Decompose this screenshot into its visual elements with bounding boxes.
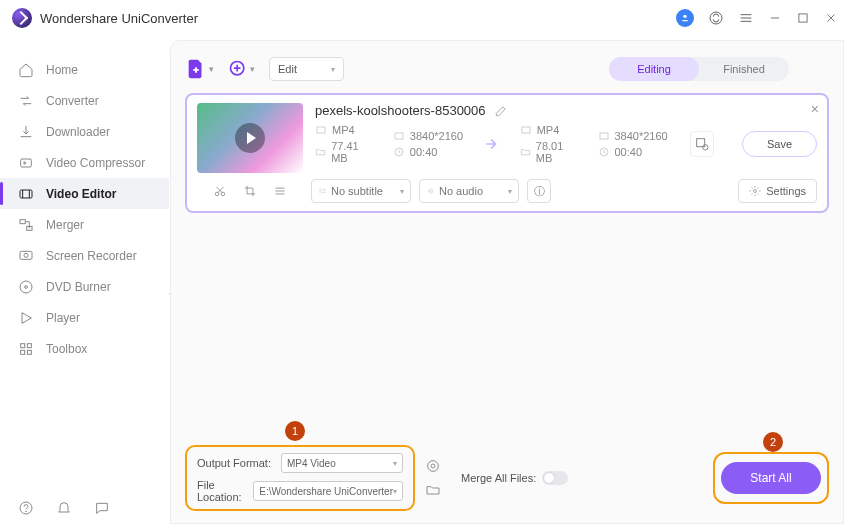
gear-icon bbox=[749, 185, 761, 197]
svg-rect-12 bbox=[21, 343, 25, 347]
save-button[interactable]: Save bbox=[742, 131, 817, 157]
svg-point-29 bbox=[754, 190, 757, 193]
start-all-button[interactable]: Start All bbox=[721, 462, 821, 494]
crop-icon[interactable] bbox=[243, 184, 257, 198]
svg-point-28 bbox=[221, 192, 225, 196]
svg-point-8 bbox=[24, 253, 28, 257]
output-format-dropdown[interactable]: MP4 Video▾ bbox=[281, 453, 403, 473]
titlebar: Wondershare UniConverter bbox=[0, 0, 850, 36]
chevron-down-icon: ▾ bbox=[250, 64, 255, 74]
sidebar-item-label: Video Editor bbox=[46, 187, 116, 201]
edit-dropdown[interactable]: Edit▾ bbox=[269, 57, 344, 81]
download-icon bbox=[18, 124, 34, 140]
maximize-button[interactable] bbox=[796, 11, 810, 25]
start-group: 2 Start All bbox=[713, 452, 829, 504]
settings-button[interactable]: Settings bbox=[738, 179, 817, 203]
account-icon[interactable] bbox=[676, 9, 694, 27]
menu-icon[interactable] bbox=[738, 10, 754, 26]
sidebar-item-compressor[interactable]: Video Compressor bbox=[0, 147, 169, 178]
add-file-button[interactable]: ▾ bbox=[185, 58, 214, 80]
output-format-label: Output Format: bbox=[197, 457, 275, 469]
toolbox-icon bbox=[18, 341, 34, 357]
sidebar-item-downloader[interactable]: Downloader bbox=[0, 116, 169, 147]
sidebar-item-video-editor[interactable]: Video Editor bbox=[0, 178, 169, 209]
app-logo-icon bbox=[12, 8, 32, 28]
output-settings-group: Output Format: MP4 Video▾ File Location:… bbox=[185, 445, 415, 511]
svg-point-10 bbox=[25, 285, 28, 288]
video-thumbnail[interactable] bbox=[197, 103, 303, 173]
src-duration: 00:40 bbox=[393, 146, 463, 158]
sidebar-item-label: DVD Burner bbox=[46, 280, 111, 294]
merger-icon bbox=[18, 217, 34, 233]
svg-rect-15 bbox=[27, 350, 31, 354]
add-url-button[interactable]: ▾ bbox=[228, 59, 255, 79]
clock-icon bbox=[598, 146, 610, 158]
compress-icon bbox=[18, 155, 34, 171]
subtitle-dropdown[interactable]: No subtitle▾ bbox=[311, 179, 411, 203]
format-icon bbox=[520, 124, 532, 136]
open-folder-icon[interactable] bbox=[425, 482, 441, 498]
notifications-icon[interactable] bbox=[56, 500, 72, 516]
support-icon[interactable] bbox=[708, 10, 724, 26]
sidebar-item-label: Home bbox=[46, 63, 78, 77]
tab-editing[interactable]: Editing bbox=[609, 57, 699, 81]
src-size: 77.41 MB bbox=[315, 140, 375, 164]
dvd-icon bbox=[18, 279, 34, 295]
output-preset-button[interactable] bbox=[690, 131, 714, 157]
sidebar-item-label: Merger bbox=[46, 218, 84, 232]
svg-point-16 bbox=[20, 502, 32, 514]
merge-toggle[interactable] bbox=[542, 471, 568, 485]
svg-marker-11 bbox=[22, 312, 31, 323]
svg-rect-23 bbox=[600, 133, 608, 139]
src-format: MP4 bbox=[315, 124, 375, 136]
format-icon bbox=[315, 124, 327, 136]
audio-dropdown[interactable]: No audio▾ bbox=[419, 179, 519, 203]
svg-point-30 bbox=[428, 461, 439, 472]
info-button[interactable]: ⓘ bbox=[527, 179, 551, 203]
arrow-right-icon bbox=[481, 133, 502, 155]
file-location-dropdown[interactable]: E:\Wondershare UniConverter▾ bbox=[253, 481, 403, 501]
sidebar-item-player[interactable]: Player bbox=[0, 302, 169, 333]
play-icon bbox=[235, 123, 265, 153]
file-location-label: File Location: bbox=[197, 479, 247, 503]
svg-rect-14 bbox=[21, 350, 25, 354]
recorder-icon bbox=[18, 248, 34, 264]
minimize-button[interactable] bbox=[768, 11, 782, 25]
close-button[interactable] bbox=[824, 11, 838, 25]
rename-icon[interactable] bbox=[494, 104, 508, 118]
remove-item-button[interactable]: × bbox=[811, 101, 819, 117]
sidebar-item-label: Screen Recorder bbox=[46, 249, 137, 263]
trim-icon[interactable] bbox=[213, 184, 227, 198]
sidebar-item-toolbox[interactable]: Toolbox bbox=[0, 333, 169, 364]
svg-rect-22 bbox=[522, 127, 530, 133]
toolbar: ▾ ▾ Edit▾ Editing Finished bbox=[185, 49, 829, 89]
sidebar-item-label: Toolbox bbox=[46, 342, 87, 356]
video-filename: pexels-koolshooters-8530006 bbox=[315, 103, 486, 118]
footer: 1 Output Format: MP4 Video▾ File Locatio… bbox=[185, 445, 829, 511]
svg-point-9 bbox=[20, 281, 32, 293]
sidebar-item-merger[interactable]: Merger bbox=[0, 209, 169, 240]
add-url-icon bbox=[228, 59, 248, 79]
sidebar-item-converter[interactable]: Converter bbox=[0, 85, 169, 116]
sidebar-item-screen-recorder[interactable]: Screen Recorder bbox=[0, 240, 169, 271]
svg-rect-19 bbox=[317, 127, 325, 133]
sidebar-item-label: Downloader bbox=[46, 125, 110, 139]
folder-icon bbox=[520, 146, 531, 158]
video-item-card: × pexels-koolshooters-8530006 MP4 77.41 … bbox=[185, 93, 829, 213]
home-icon bbox=[18, 62, 34, 78]
help-icon[interactable] bbox=[18, 500, 34, 516]
svg-rect-7 bbox=[20, 251, 32, 259]
merge-label: Merge All Files: bbox=[461, 472, 536, 484]
folder-icon bbox=[315, 146, 326, 158]
feedback-icon[interactable] bbox=[94, 500, 110, 516]
sidebar-item-dvd-burner[interactable]: DVD Burner bbox=[0, 271, 169, 302]
tab-finished[interactable]: Finished bbox=[699, 57, 789, 81]
add-file-icon bbox=[185, 58, 207, 80]
svg-rect-5 bbox=[20, 219, 25, 223]
more-icon[interactable] bbox=[273, 184, 287, 198]
edit-dropdown-label: Edit bbox=[278, 63, 297, 75]
sidebar-item-home[interactable]: Home bbox=[0, 54, 169, 85]
app-title: Wondershare UniConverter bbox=[40, 11, 198, 26]
dst-resolution: 3840*2160 bbox=[598, 130, 668, 142]
output-settings-icon[interactable] bbox=[425, 458, 441, 474]
